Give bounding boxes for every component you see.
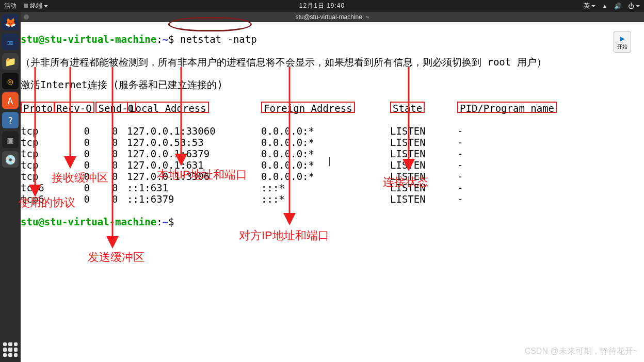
arrow-local [178,67,188,165]
start-icon: ▶ [620,34,625,43]
ime-indicator[interactable]: 英 [584,2,595,10]
arrow-send [109,67,120,248]
text-cursor [329,157,330,166]
warning-line: （并非所有进程都能被检测到，所有非本用户的进程信息将不会显示，如果想看到所有信息… [21,56,644,68]
cell-pid: - [457,137,644,148]
col-foreign: Foreign Address [261,102,355,113]
cell-send: 0 [90,148,127,159]
disk-icon[interactable]: 💿 [2,151,19,168]
cell-local: ::1:631 [127,182,261,193]
anno-recv: 接收缓冲区 [52,170,108,186]
terminal-icon[interactable]: ▣ [2,131,19,148]
col-local: Local Address [127,102,209,113]
cell-pid: - [457,159,644,171]
prompt-path: ~ [163,34,168,45]
prompt-user: stu [21,34,38,45]
cell-send: 0 [90,159,127,171]
cell-state: LISTEN [390,148,457,159]
cell-pid: - [457,182,644,193]
anno-local: 本地IP地址和端口 [157,167,247,183]
cell-foreign: :::* [261,182,390,193]
gnome-topbar: 活动 终端 12月1日 19:40 英 ▲ 🔊 ⏻ [0,0,644,12]
col-pid: PID/Program name [457,102,557,113]
firefox-icon[interactable]: 🦊 [2,14,19,30]
sound-icon[interactable]: 🔊 [614,3,622,10]
cell-pid: - [457,148,644,159]
cell-state: LISTEN [390,137,457,148]
cell-local: ::1:6379 [127,193,261,205]
window-title: stu@stu-virtual-machine: ~ [295,13,369,21]
arrow-proto [32,67,42,196]
cell-state: LISTEN [390,193,457,205]
anno-proto: 使用的协议 [19,195,75,210]
cell-foreign: 0.0.0.0:* [261,125,390,137]
watermark: CSDN @未来可期，静待花开~ [525,346,638,357]
cell-pid: - [457,171,644,182]
clock[interactable]: 12月1日 19:40 [299,2,345,10]
cell-foreign: :::* [261,193,390,205]
activities-button[interactable]: 活动 [4,2,17,10]
cell-local: 127.0.0.1:6379 [127,148,261,159]
network-icon[interactable]: ▲ [602,3,608,10]
cell-state: LISTEN [390,159,457,171]
help-icon[interactable]: ? [2,112,19,128]
anno-foreign: 对方IP地址和端口 [239,228,329,243]
chevron-down-icon [44,5,48,7]
anno-send: 发送缓冲区 [88,250,144,265]
cell-state: LISTEN [390,125,457,137]
command-text: netstat -natp [180,34,257,45]
chevron-down-icon [636,5,640,7]
cell-pid: - [457,125,644,137]
rhythmbox-icon[interactable]: ◎ [2,73,19,89]
cell-local: 127.0.0.1:33060 [127,125,261,137]
command-highlight-ellipse [168,17,252,31]
cell-send: 0 [90,193,127,205]
arrow-state [406,67,416,170]
window-titlebar: stu@stu-virtual-machine: ~ [21,12,644,22]
software-icon[interactable]: A [2,92,19,109]
thunderbird-icon[interactable]: ✉ [2,34,19,50]
arrow-recv [67,67,77,168]
anno-state: 连接状态 [383,174,428,190]
arrow-foreign [286,67,297,224]
cell-foreign: 0.0.0.0:* [261,148,390,159]
start-floating-button[interactable]: ▶ 开始 [614,31,631,53]
cell-send: 0 [90,137,127,148]
cell-foreign: 0.0.0.0:* [261,171,390,182]
cell-foreign: 0.0.0.0:* [261,137,390,148]
window-menu-icon[interactable] [24,14,29,20]
cell-foreign: 0.0.0.0:* [261,159,390,171]
start-label: 开始 [617,43,627,51]
prompt-symbol: $ [168,34,174,45]
power-icon[interactable]: ⏻ [628,3,640,10]
chevron-down-icon [591,5,595,7]
prompt-host: stu-virtual-machine [44,34,156,45]
files-icon[interactable]: 📁 [2,53,19,70]
show-apps-icon[interactable] [3,342,18,357]
launcher-dock: 🦊 ✉ 📁 ◎ A ? ▣ 💿 [0,12,21,362]
cell-send: 0 [90,125,127,137]
cell-pid: - [457,193,644,205]
cell-local: 127.0.0.53:53 [127,137,261,148]
current-app[interactable]: 终端 [24,2,48,10]
